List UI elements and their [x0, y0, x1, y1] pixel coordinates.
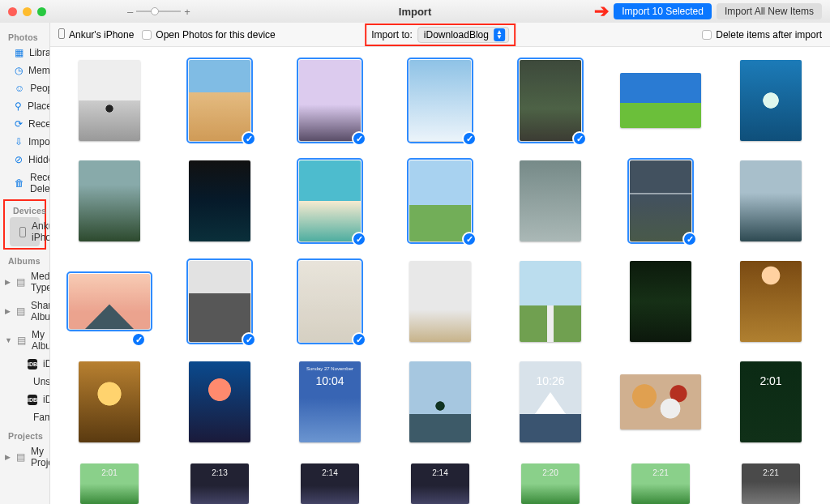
- sidebar-item-label: Hidden: [28, 154, 50, 165]
- import-content: Ankur's iPhone Open Photos for this devi…: [50, 23, 830, 504]
- sidebar-item-hidden[interactable]: ⊘Hidden: [0, 151, 49, 169]
- photo-thumbnail[interactable]: 2:01: [65, 460, 154, 504]
- sidebar-item-label: People: [30, 83, 50, 94]
- photo-thumbnail[interactable]: [65, 58, 154, 143]
- photo-thumbnail[interactable]: [285, 58, 374, 143]
- photo-thumbnail[interactable]: [175, 159, 264, 243]
- sidebar-item-label: Imports: [28, 136, 50, 147]
- sidebar-item-label: Shared Albums: [31, 300, 50, 322]
- lockscreen-time: 2:01: [740, 374, 802, 387]
- photo-thumbnail[interactable]: [506, 159, 595, 243]
- window-controls: [8, 7, 46, 16]
- photo-thumbnail[interactable]: [175, 360, 264, 444]
- lockscreen-time: 2:01: [80, 468, 139, 477]
- sidebar-item-library[interactable]: ▦Library: [0, 44, 49, 62]
- sidebar-item-label: Media Types: [31, 271, 50, 293]
- photo-thumbnail[interactable]: 2:20: [506, 460, 595, 504]
- sidebar-item-places[interactable]: ⚲Places: [0, 97, 49, 115]
- sidebar-item-recently-deleted[interactable]: 🗑Recently Deleted: [0, 169, 49, 198]
- photo-thumbnail[interactable]: [616, 159, 705, 243]
- selected-check-icon: [682, 232, 697, 246]
- sidebar-item-my-albums[interactable]: ▼▤My Albums: [0, 326, 49, 355]
- folder-icon: ▤: [16, 305, 25, 317]
- thumbnail-zoom-slider[interactable]: – +: [127, 6, 190, 18]
- photo-thumbnail[interactable]: [616, 58, 705, 143]
- sidebar-album-idownloadblog[interactable]: iDBiDownloadBlog: [0, 391, 49, 408]
- annotation-arrow-icon: ➔: [594, 1, 609, 22]
- sidebar-item-label: Ankur's iPhone: [32, 220, 50, 243]
- photo-thumbnail[interactable]: [396, 58, 485, 143]
- sidebar-item-media-types[interactable]: ▶▤Media Types: [0, 267, 49, 297]
- sidebar-item-shared-albums[interactable]: ▶▤Shared Albums: [0, 297, 49, 326]
- chevron-right-icon: ▶: [5, 307, 11, 315]
- lockscreen-time: 2:14: [411, 468, 469, 477]
- sidebar-item-label: Memories: [28, 65, 50, 76]
- photo-thumbnail[interactable]: 2:13: [175, 460, 264, 504]
- import-selected-button[interactable]: Import 10 Selected: [614, 3, 712, 19]
- album-icon: iDB: [28, 395, 37, 405]
- chevron-right-icon: ▶: [5, 278, 11, 286]
- photo-thumbnail[interactable]: [396, 259, 485, 344]
- photo-thumbnail[interactable]: [65, 159, 154, 243]
- select-value: iDownloadBlog: [424, 29, 489, 41]
- imports-icon: ⇩: [15, 136, 23, 147]
- selected-check-icon: [242, 332, 256, 347]
- photo-thumbnail[interactable]: 2:14: [396, 460, 485, 504]
- photo-thumbnail[interactable]: [726, 159, 815, 243]
- import-to-control: Import to: iDownloadBlog ▲▼: [365, 23, 516, 46]
- photo-thumbnail[interactable]: [616, 360, 705, 444]
- photo-thumbnail[interactable]: Sunday 27 November10:04: [285, 360, 374, 444]
- sidebar-item-label: Library: [29, 47, 50, 58]
- import-to-label: Import to:: [371, 29, 413, 41]
- iphone-icon: [58, 28, 65, 41]
- photo-thumbnail[interactable]: [175, 259, 264, 344]
- photo-thumbnail[interactable]: [726, 58, 815, 143]
- open-photos-checkbox[interactable]: Open Photos for this device: [142, 29, 275, 41]
- import-to-select[interactable]: iDownloadBlog ▲▼: [417, 27, 509, 43]
- sidebar-item-label: iDownloadBlog: [43, 394, 50, 405]
- photo-thumbnail[interactable]: [396, 159, 485, 243]
- photo-thumbnail[interactable]: 10:26: [506, 360, 595, 444]
- sidebar-album-idb[interactable]: iDBiDB: [0, 355, 49, 373]
- sidebar-item-label: Family: [33, 412, 50, 423]
- photo-thumbnail[interactable]: 2:21: [616, 460, 705, 504]
- sidebar-item-label: My Projects: [31, 446, 50, 468]
- selected-check-icon: [462, 131, 477, 146]
- zoom-minus-icon: –: [127, 6, 133, 18]
- fullscreen-icon[interactable]: [37, 7, 46, 16]
- sidebar-item-device-iphone[interactable]: Ankur's iPhone: [10, 217, 40, 246]
- photo-thumbnail[interactable]: [65, 259, 154, 344]
- sidebar-item-memories[interactable]: ◷Memories: [0, 62, 49, 79]
- photo-thumbnail[interactable]: [396, 360, 485, 444]
- sidebar-header-photos: Photos: [0, 28, 49, 44]
- sidebar: Photos ▦Library ◷Memories ☺People ⚲Place…: [0, 23, 50, 504]
- sidebar-item-recents[interactable]: ⟳Recents: [0, 115, 49, 133]
- device-name: Ankur's iPhone: [58, 28, 134, 41]
- photo-thumbnail[interactable]: [506, 259, 595, 344]
- sidebar-album-unsplash[interactable]: Unsplash: [0, 373, 49, 391]
- checkbox-icon: [142, 30, 152, 40]
- photo-thumbnail[interactable]: 2:21: [726, 460, 815, 504]
- close-icon[interactable]: [8, 7, 17, 16]
- minimize-icon[interactable]: [23, 7, 32, 16]
- photo-thumbnail[interactable]: [285, 159, 374, 243]
- sidebar-album-family[interactable]: Family: [0, 408, 49, 426]
- photo-thumbnail[interactable]: [726, 259, 815, 344]
- photo-thumbnail[interactable]: [285, 259, 374, 344]
- import-all-new-button[interactable]: Import All New Items: [717, 3, 822, 19]
- photo-thumbnail[interactable]: [616, 259, 705, 344]
- sidebar-item-label: My Albums: [32, 329, 50, 352]
- sidebar-item-imports[interactable]: ⇩Imports: [0, 133, 49, 151]
- import-subbar: Ankur's iPhone Open Photos for this devi…: [50, 23, 830, 47]
- photo-thumbnail[interactable]: [65, 360, 154, 444]
- sidebar-item-people[interactable]: ☺People: [0, 79, 49, 97]
- delete-after-import-checkbox[interactable]: Delete items after import: [702, 29, 822, 41]
- sidebar-item-my-projects[interactable]: ▶▤My Projects: [0, 442, 49, 472]
- lockscreen-time: 10:04: [299, 374, 361, 387]
- chevron-down-icon: ▼: [5, 336, 11, 344]
- photo-thumbnail[interactable]: [506, 58, 595, 143]
- photo-thumbnail[interactable]: [175, 58, 264, 143]
- photo-thumbnail[interactable]: 2:01: [726, 360, 815, 444]
- photo-thumbnail[interactable]: 2:14: [285, 460, 374, 504]
- sidebar-item-label: iDB: [43, 358, 50, 369]
